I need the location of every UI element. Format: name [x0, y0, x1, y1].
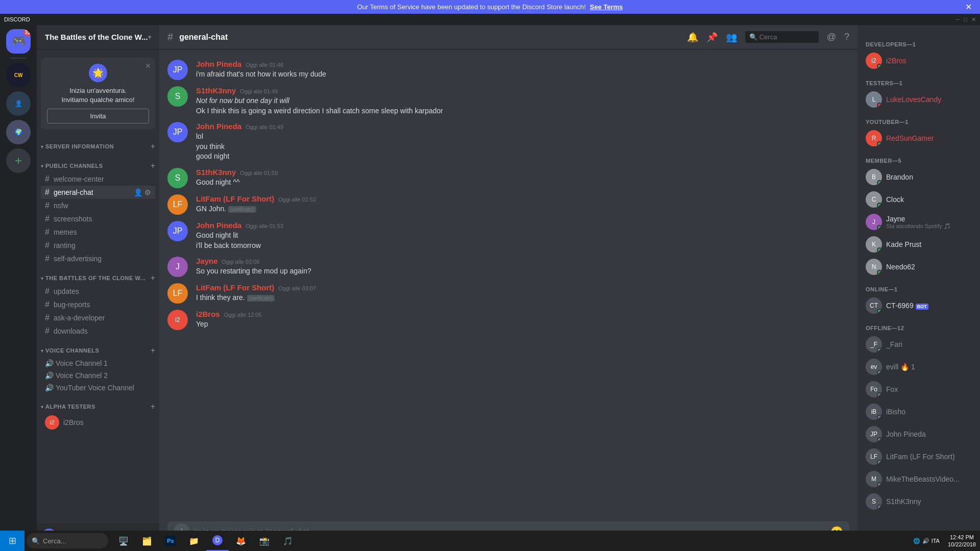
channel-ask-a-developer[interactable]: # ask-a-developer	[41, 311, 155, 324]
settings-icon[interactable]: ⚙	[144, 188, 151, 196]
help-icon[interactable]: ?	[844, 32, 849, 42]
start-button[interactable]: ⊞	[0, 531, 24, 551]
member-brandon[interactable]: B Brandon	[862, 166, 976, 188]
server-icon-2[interactable]: 👤	[6, 91, 31, 116]
server-icon-discord[interactable]: 🎮 31	[6, 29, 31, 54]
taskbar-item-firefox[interactable]: 🦊	[230, 531, 252, 551]
channel-ranting[interactable]: # ranting	[41, 239, 155, 252]
voice-icon-youtuber: 🔊	[45, 384, 54, 392]
server-name-header[interactable]: The Battles of the Clone W... ▾	[37, 25, 159, 49]
member-jayne[interactable]: J Jayne Sta ascoltando Spotify 🎵	[862, 211, 976, 233]
member-john-pineda-offline[interactable]: JP John Pineda	[862, 423, 976, 445]
channel-screenshots[interactable]: # screenshots	[41, 212, 155, 226]
close-button[interactable]: ✕	[971, 16, 976, 23]
channel-bug-reports[interactable]: # bug-reports	[41, 298, 155, 311]
taskbar-item-discord[interactable]: D	[206, 531, 229, 551]
member-redsung amer[interactable]: R RedSunGamer	[862, 127, 976, 149]
message-author-2: S1thK3nny	[196, 86, 236, 95]
taskbar-item-app8[interactable]: 🎵	[277, 531, 299, 551]
members-category-developers: DEVELOPERS—1	[862, 33, 976, 49]
category-alpha-add-button[interactable]: +	[151, 402, 155, 411]
category-battles-add-button[interactable]: +	[151, 273, 155, 283]
channel-welcome-center[interactable]: # welcome-center	[41, 172, 155, 186]
server-icon-clone-wars[interactable]: CW	[6, 63, 31, 87]
category-public-channels[interactable]: ▾ PUBLIC CHANNELS +	[37, 153, 159, 172]
member-avatar-brandon: B	[866, 169, 882, 185]
see-terms-link[interactable]: See Terms	[590, 3, 623, 11]
category-battles[interactable]: ▾ THE BATTLES OF THE CLONE W... +	[37, 265, 159, 285]
member-needo62[interactable]: N Needo62	[862, 256, 976, 278]
taskbar-item-photoshop[interactable]: Ps	[159, 531, 182, 551]
network-icon[interactable]: 🌐	[913, 538, 920, 544]
category-server-information[interactable]: ▾ SERVER INFORMATION +	[37, 134, 159, 153]
channel-name-header: general-chat	[179, 33, 228, 42]
voice-icon-1: 🔊	[45, 359, 54, 367]
notification-bell-icon[interactable]: 🔔	[687, 32, 698, 43]
member-evill[interactable]: ev evill 🔥 1	[862, 356, 976, 378]
minimize-button[interactable]: ─	[956, 16, 960, 23]
server-icon-3[interactable]: 🌍	[6, 120, 31, 144]
add-server-button[interactable]: +	[6, 148, 31, 173]
language-indicator[interactable]: ITA	[932, 538, 940, 544]
avatar-litfam-1: LF	[167, 194, 188, 215]
search-input[interactable]	[760, 33, 815, 41]
member-lukelovescandy[interactable]: L LukeLovesCandy	[862, 88, 976, 111]
announcement-close-button[interactable]: ✕	[965, 2, 972, 12]
message-header-6: John Pineda Oggi alle 01:53	[196, 221, 849, 230]
search-bar[interactable]: 🔍	[745, 31, 819, 43]
channel-i2bros-alpha[interactable]: i2 i2Bros	[41, 413, 155, 432]
channel-general-chat[interactable]: # general-chat 👤 ⚙	[41, 186, 155, 199]
taskbar-search[interactable]: 🔍 Cerca...	[27, 533, 108, 548]
category-public-add-button[interactable]: +	[151, 161, 155, 170]
category-alpha-testers[interactable]: ▾ ALPHA TESTERS +	[37, 394, 159, 413]
channel-downloads-hash: #	[45, 327, 50, 336]
sound-icon[interactable]: 🔊	[922, 538, 929, 544]
add-member-icon[interactable]: 👤	[134, 188, 142, 196]
pin-icon[interactable]: 📌	[706, 32, 718, 43]
member-info-john-offline: John Pineda	[886, 430, 972, 438]
category-voice-channels[interactable]: ▾ VOICE CHANNELS +	[37, 338, 159, 357]
member-ibisho[interactable]: iB iBisho	[862, 400, 976, 423]
member-clock[interactable]: C Clock	[862, 188, 976, 211]
message-author-1: John Pineda	[196, 60, 241, 68]
voice-channel-2[interactable]: 🔊 Voice Channel 2	[41, 369, 155, 382]
taskbar-clock[interactable]: 12:42 PM 10/22/2018	[944, 534, 980, 548]
category-add-button[interactable]: +	[151, 142, 155, 151]
member-mikethebeast[interactable]: M MikeTheBeastsVideo...	[862, 468, 976, 490]
invite-button[interactable]: Invita	[47, 109, 149, 123]
status-dot-kade	[877, 247, 882, 253]
message-header-2: S1thK3nny Oggi alle 01:49	[196, 86, 849, 95]
channel-nsfw[interactable]: # nsfw	[41, 199, 155, 212]
member-fox[interactable]: Fo Fox	[862, 378, 976, 400]
message-text-2a: Not for now but one day it will	[196, 96, 849, 106]
taskbar-item-task-view[interactable]: 🗂️	[136, 531, 158, 551]
popup-close-button[interactable]: ✕	[145, 62, 151, 70]
category-voice-add-button[interactable]: +	[151, 346, 155, 355]
member-name-brandon: Brandon	[886, 173, 972, 181]
channel-downloads[interactable]: # downloads	[41, 324, 155, 338]
member-ct6969[interactable]: CT CT-6969 BOT	[862, 294, 976, 317]
member-i2bros[interactable]: i2 i2Bros	[862, 49, 976, 72]
taskbar-item-explorer[interactable]: 🖥️	[112, 531, 135, 551]
taskbar-item-app7[interactable]: 📸	[253, 531, 276, 551]
maximize-button[interactable]: □	[964, 16, 967, 23]
members-toggle-icon[interactable]: 👥	[726, 32, 737, 43]
taskbar-item-file-manager[interactable]: 📁	[183, 531, 205, 551]
message-content-2: S1thK3nny Oggi alle 01:49 Not for now bu…	[196, 86, 849, 116]
member-fari[interactable]: _F _Fari	[862, 333, 976, 356]
voice-channel-1[interactable]: 🔊 Voice Channel 1	[41, 357, 155, 369]
at-icon[interactable]: @	[827, 32, 836, 42]
message-text-4: Good night ^^	[196, 178, 849, 188]
firefox-icon: 🦊	[236, 536, 246, 546]
discord-logo: 🎮	[12, 35, 26, 48]
channel-hash-icon-active: #	[45, 188, 50, 197]
member-kade-prust[interactable]: K Kade Prust	[862, 233, 976, 256]
channel-updates[interactable]: # updates	[41, 285, 155, 298]
message-text-7: So you restarting the mod up again?	[196, 266, 849, 277]
server-icon-img: CW	[14, 72, 23, 78]
member-s1thk3nny-offline[interactable]: S S1thK3nny	[862, 490, 976, 513]
member-litfam-offline[interactable]: LF LitFam (LF For Short)	[862, 445, 976, 468]
channel-self-advertising[interactable]: # self-advertising	[41, 252, 155, 265]
voice-channel-youtuber[interactable]: 🔊 YouTuber Voice Channel	[41, 382, 155, 394]
channel-memes[interactable]: # memes	[41, 226, 155, 239]
